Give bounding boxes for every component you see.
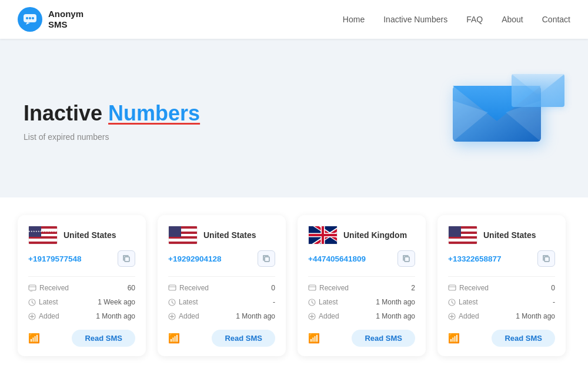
card-2-divider	[168, 276, 275, 277]
card-3-copy-button[interactable]	[397, 250, 415, 267]
logo-icon	[18, 7, 42, 32]
hero-illustration	[388, 62, 564, 180]
card-4-added-value: 1 Month ago	[516, 312, 555, 320]
card-1-added-label: Added	[28, 312, 59, 320]
card-4-country-row: United States	[448, 226, 555, 244]
logo[interactable]: Anonym SMS	[18, 7, 83, 32]
cards-section: ★★★★★★★★★★★★★★★★★★★★★★★★★★★★★★★★★★★★★★★★…	[0, 197, 588, 380]
logo-text: Anonym SMS	[48, 9, 83, 30]
svg-rect-10	[125, 257, 129, 262]
card-3-received-value: 2	[411, 284, 415, 292]
card-4-divider	[448, 276, 555, 277]
card-1-added-value: 1 Month ago	[96, 312, 135, 320]
card-1-phone[interactable]: +19179577548	[28, 254, 81, 263]
clock-icon	[168, 299, 176, 306]
card-1-copy-button[interactable]	[118, 250, 135, 267]
card-4-flag	[448, 226, 477, 244]
card-1-received-row: Received 60	[28, 283, 135, 293]
svg-rect-29	[309, 285, 316, 290]
card-2-flag	[168, 226, 198, 244]
card-2-latest-value: -	[273, 298, 275, 306]
card-4-phone-row: +13322658877	[448, 250, 555, 267]
clock-icon	[28, 299, 36, 306]
plus-circle-icon	[28, 313, 36, 320]
envelope-small-icon	[512, 67, 564, 107]
card-2-copy-button[interactable]	[258, 250, 275, 267]
card-4-latest-row: Latest -	[448, 297, 555, 307]
hero-left: Inactive Numbers List of expired numbers	[24, 100, 200, 141]
card-3: United Kingdom +447405641809 Received 2 …	[298, 215, 426, 356]
card-3-read-sms-button[interactable]: Read SMS	[352, 330, 415, 347]
svg-line-33	[312, 302, 314, 303]
plus-circle-icon	[448, 313, 456, 320]
card-4: United States +13322658877 Received 0 La…	[437, 215, 566, 356]
card-2-phone[interactable]: +19292904128	[168, 254, 221, 263]
svg-rect-37	[544, 257, 549, 262]
card-3-divider	[308, 276, 415, 277]
card-4-added-row: Added 1 Month ago	[448, 311, 555, 321]
card-1-added-row: Added 1 Month ago	[28, 311, 135, 321]
card-3-phone[interactable]: +447405641809	[308, 254, 366, 263]
card-4-copy-button[interactable]	[537, 250, 555, 267]
card-3-added-value: 1 Month ago	[376, 312, 415, 320]
card-1-country-name: United States	[64, 230, 116, 240]
card-2-latest-row: Latest -	[168, 297, 275, 307]
card-1-bottom: 📶 Read SMS	[28, 330, 135, 347]
card-2-country-name: United States	[203, 230, 256, 240]
svg-line-42	[452, 302, 454, 303]
card-1-flag: ★★★★★★★★★★★★★★★★★★★★★★★★★★★★★★★★★★★★★★★★…	[28, 226, 58, 244]
card-2-country-row: United States	[168, 226, 275, 244]
message-icon	[168, 284, 176, 291]
svg-rect-28	[405, 257, 409, 262]
card-3-country-name: United Kingdom	[343, 230, 407, 240]
card-4-latest-value: -	[553, 298, 555, 306]
card-3-bottom: 📶 Read SMS	[308, 330, 415, 347]
card-1-signal-icon: 📶	[28, 333, 40, 344]
nav-about[interactable]: About	[502, 15, 523, 24]
svg-rect-11	[29, 285, 36, 290]
card-3-phone-row: +447405641809	[308, 250, 415, 267]
card-2-added-value: 1 Month ago	[236, 312, 275, 320]
card-4-received-row: Received 0	[448, 283, 555, 293]
card-4-read-sms-button[interactable]: Read SMS	[492, 330, 555, 347]
nav-faq[interactable]: FAQ	[466, 15, 483, 24]
card-1-latest-row: Latest 1 Week ago	[28, 297, 135, 307]
copy-icon	[122, 254, 131, 263]
card-2-received-row: Received 0	[168, 283, 275, 293]
chat-icon	[22, 12, 38, 27]
nav-links: Home Inactive Numbers FAQ About Contact	[343, 15, 570, 24]
card-4-bottom: 📶 Read SMS	[448, 330, 555, 347]
clock-icon	[308, 299, 316, 306]
nav-inactive-numbers[interactable]: Inactive Numbers	[383, 15, 447, 24]
card-4-phone[interactable]: +13322658877	[448, 254, 501, 263]
card-1-latest-value: 1 Week ago	[98, 298, 135, 306]
hero-title: Inactive Numbers	[24, 100, 200, 126]
card-2-phone-row: +19292904128	[168, 250, 275, 267]
svg-rect-20	[169, 285, 176, 290]
svg-point-2	[29, 17, 31, 19]
card-3-country-row: United Kingdom	[308, 226, 415, 244]
card-1-divider	[28, 276, 135, 277]
nav-contact[interactable]: Contact	[542, 15, 570, 24]
plus-circle-icon	[308, 313, 316, 320]
card-2-read-sms-button[interactable]: Read SMS	[212, 330, 275, 347]
card-1-phone-row: +19179577548	[28, 250, 135, 267]
card-2-bottom: 📶 Read SMS	[168, 330, 275, 347]
message-icon	[448, 284, 456, 291]
copy-icon	[542, 254, 550, 263]
copy-icon	[402, 254, 410, 263]
svg-line-15	[32, 302, 34, 303]
card-2-signal-icon: 📶	[168, 333, 180, 344]
card-1-latest-label: Latest	[28, 298, 58, 306]
card-1-read-sms-button[interactable]: Read SMS	[72, 330, 135, 347]
card-3-signal-icon: 📶	[308, 333, 320, 344]
message-icon	[28, 284, 36, 291]
card-2: United States +19292904128 Received 0 La…	[158, 215, 286, 356]
hero-title-numbers: Numbers	[108, 101, 200, 125]
card-1: ★★★★★★★★★★★★★★★★★★★★★★★★★★★★★★★★★★★★★★★★…	[18, 215, 146, 356]
logo-line2: SMS	[48, 19, 83, 30]
clock-icon	[448, 299, 456, 306]
svg-line-24	[172, 302, 174, 303]
nav-home[interactable]: Home	[343, 15, 365, 24]
svg-rect-19	[265, 257, 269, 262]
